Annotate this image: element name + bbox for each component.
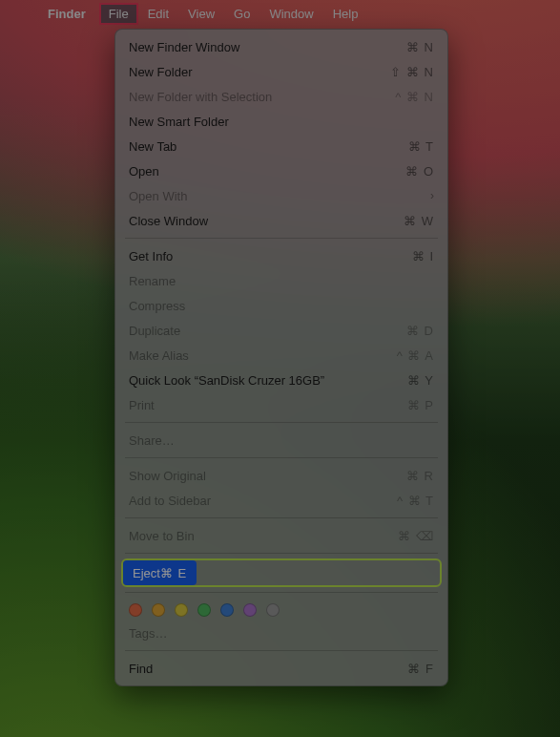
menu-item[interactable]: Get Info⌘ I	[115, 243, 447, 268]
menu-item-shortcut: ^ ⌘ N	[395, 90, 434, 104]
menu-item-shortcut: ⌘ T	[408, 139, 434, 154]
menu-item[interactable]: New Finder Window⌘ N	[115, 34, 447, 59]
menu-item-label: Open	[129, 164, 405, 179]
tag-color-dot[interactable]	[266, 603, 280, 617]
menu-item[interactable]: Close Window⌘ W	[115, 208, 447, 233]
menu-item: Show Original⌘ R	[115, 463, 447, 488]
menu-item: Share…	[115, 428, 447, 453]
menu-item-shortcut: ⌘ P	[407, 398, 434, 412]
menu-item: Tags…	[115, 621, 447, 645]
menu-view[interactable]: View	[178, 3, 224, 25]
menu-item-label: Tags…	[129, 626, 434, 641]
menu-item-label: Share…	[129, 433, 434, 448]
menu-item-label: Make Alias	[129, 348, 397, 363]
menubar: Finder FileEditViewGoWindowHelp	[0, 0, 560, 27]
menu-separator	[125, 238, 438, 239]
menu-separator	[125, 592, 438, 593]
menu-item-label: New Smart Folder	[129, 115, 434, 129]
menu-item[interactable]: Find⌘ F	[115, 656, 447, 681]
tag-color-dot[interactable]	[152, 603, 165, 617]
menu-separator	[125, 457, 438, 458]
menu-item-shortcut: ⌘ I	[412, 249, 434, 263]
menu-item: Rename	[115, 268, 447, 293]
menu-separator	[125, 422, 438, 423]
menu-item[interactable]: New Tab⌘ T	[115, 134, 447, 158]
menu-item-label: Close Window	[129, 214, 404, 228]
menu-item-label: Print	[129, 398, 407, 412]
menu-item-shortcut: ⇧ ⌘ N	[390, 65, 434, 79]
menu-item-selected-highlight: Eject⌘ E	[121, 558, 442, 587]
menu-separator	[125, 553, 438, 554]
menu-item-label: Find	[129, 662, 407, 676]
menu-help[interactable]: Help	[323, 3, 368, 25]
menu-item[interactable]: Open⌘ O	[115, 158, 447, 183]
menu-item-label: Show Original	[129, 469, 406, 483]
menu-item-shortcut: ⌘ R	[406, 469, 434, 483]
menu-item: Print⌘ P	[115, 392, 447, 417]
menu-edit[interactable]: Edit	[138, 3, 178, 25]
menu-item: Open With›	[115, 183, 447, 208]
menu-item-label: Add to Sidebar	[129, 494, 397, 508]
menu-item-label: Move to Bin	[129, 529, 398, 543]
menu-item-label: Quick Look “SanDisk Cruzer 16GB”	[129, 373, 407, 388]
menu-item-label: New Finder Window	[129, 40, 406, 54]
menu-item-shortcut: ⌘ E	[160, 566, 187, 580]
menu-item: Move to Bin⌘ ⌫	[115, 523, 447, 548]
menu-item-label: Compress	[129, 299, 434, 313]
menu-item-shortcut: ⌘ Y	[407, 373, 434, 388]
menu-item-shortcut: ⌘ W	[404, 214, 434, 228]
tag-color-dot[interactable]	[175, 603, 188, 617]
menu-file[interactable]: File	[99, 3, 138, 25]
menu-item: New Folder with Selection^ ⌘ N	[115, 84, 447, 109]
menu-item-shortcut: ⌘ F	[407, 662, 434, 676]
menu-item-label: New Folder	[129, 65, 390, 79]
menu-item[interactable]: New Folder⇧ ⌘ N	[115, 59, 447, 84]
menu-item-shortcut: ^ ⌘ A	[397, 348, 434, 363]
menu-separator	[125, 650, 438, 651]
menu-item: Compress	[115, 293, 447, 318]
menu-item: Duplicate⌘ D	[115, 318, 447, 343]
tag-color-dot[interactable]	[243, 603, 257, 617]
menu-item-shortcut: ⌘ D	[406, 324, 434, 338]
menu-item-label: Duplicate	[129, 324, 406, 338]
menu-item-label: Open With	[129, 189, 430, 203]
menu-item-shortcut: ⌘ O	[405, 164, 434, 179]
menu-item-label: Rename	[129, 274, 434, 288]
menu-window[interactable]: Window	[259, 3, 322, 25]
submenu-chevron-icon: ›	[430, 189, 434, 202]
menu-item-eject[interactable]: Eject⌘ E	[123, 560, 197, 585]
tag-color-dot[interactable]	[220, 603, 234, 617]
file-menu-dropdown: New Finder Window⌘ NNew Folder⇧ ⌘ NNew F…	[114, 29, 448, 686]
app-name[interactable]: Finder	[40, 3, 93, 25]
menu-item-label: New Tab	[129, 139, 408, 154]
menu-go[interactable]: Go	[224, 3, 259, 25]
tag-color-row	[115, 598, 447, 621]
menu-item[interactable]: New Smart Folder	[115, 109, 447, 134]
menu-item-shortcut: ⌘ ⌫	[398, 529, 434, 543]
menu-item-label: Get Info	[129, 249, 412, 263]
menu-item[interactable]: Quick Look “SanDisk Cruzer 16GB”⌘ Y	[115, 368, 447, 392]
menu-item: Make Alias^ ⌘ A	[115, 343, 447, 368]
menu-item-shortcut: ^ ⌘ T	[397, 494, 434, 508]
tag-color-dot[interactable]	[197, 603, 211, 617]
menu-item-shortcut: ⌘ N	[406, 40, 434, 54]
menu-item-label: New Folder with Selection	[129, 90, 395, 104]
menu-item: Add to Sidebar^ ⌘ T	[115, 488, 447, 513]
tag-color-dot[interactable]	[129, 603, 142, 617]
menu-separator	[125, 517, 438, 518]
menu-item-label: Eject	[133, 566, 160, 580]
